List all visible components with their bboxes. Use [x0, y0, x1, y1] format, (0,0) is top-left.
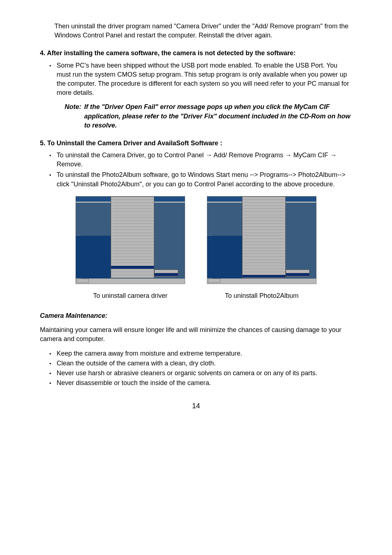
maintenance-bullet-2: • Clean the outside of the camera with a…	[40, 359, 352, 368]
programs-menu	[111, 197, 154, 279]
bullet-dot: •	[49, 359, 52, 368]
maintenance-bullet-3: • Never use harsh or abrasive cleaners o…	[40, 369, 352, 378]
start-button-icon	[208, 279, 220, 283]
start-button-icon	[77, 279, 89, 283]
section4-bullet: • Some PC's have been shipped without th…	[40, 61, 352, 98]
photo2album-submenu	[286, 270, 310, 277]
maintenance-bullet-1-text: Keep the camera away from moisture and e…	[57, 349, 352, 358]
bullet-dot: •	[49, 61, 52, 70]
intro-paragraph: Then uninstall the driver program named …	[40, 22, 352, 40]
section5-title: 5. To Uninstall the Camera Driver and Av…	[40, 139, 352, 148]
note-text: If the "Driver Open Fail" error message …	[84, 102, 352, 130]
section4-bullet-text: Some PC's have been shipped without the …	[57, 61, 352, 98]
maintenance-intro: Maintaining your camera will ensure long…	[40, 325, 352, 344]
figure-caption-1: To uninstall camera driver	[93, 291, 167, 300]
camera-maintenance-title: Camera Maintenance:	[40, 311, 352, 320]
section5-bullet-1-text: To uninstall the Camera Driver, go to Co…	[57, 151, 352, 169]
section5-bullet-1: • To uninstall the Camera Driver, go to …	[40, 151, 352, 169]
page-number: 14	[40, 401, 352, 411]
section5-bullet-2-text: To uninstall the Photo2Album software, g…	[57, 170, 352, 189]
maintenance-bullet-3-text: Never use harsh or abrasive cleaners or …	[57, 369, 352, 378]
start-menu-left-column	[76, 236, 111, 279]
maintenance-bullet-1: • Keep the camera away from moisture and…	[40, 349, 352, 358]
start-menu-left-column	[207, 236, 242, 279]
bullet-dot: •	[49, 369, 52, 377]
screenshot-start-menu-1: Windows Me	[75, 196, 185, 284]
bullet-dot: •	[49, 151, 52, 159]
mycam-submenu	[154, 270, 178, 277]
screenshot-start-menu-2: Windows Me	[207, 196, 317, 284]
maintenance-bullet-2-text: Clean the outside of the camera with a c…	[57, 359, 352, 368]
section4-title: 4. After installing the camera software,…	[40, 49, 352, 58]
note-label: Note:	[65, 102, 81, 130]
maintenance-bullet-4-text: Never disassemble or touch the inside of…	[57, 378, 352, 388]
bullet-dot: •	[49, 170, 52, 179]
section5-bullet-2: • To uninstall the Photo2Album software,…	[40, 170, 352, 189]
figure-uninstall-driver: Windows Me To uninstall camera driver	[75, 196, 185, 300]
bullet-dot: •	[49, 378, 52, 387]
section4-note: Note: If the "Driver Open Fail" error me…	[40, 102, 352, 130]
figure-uninstall-photo2album: Windows Me To uninstall Photo2Album	[207, 196, 317, 300]
programs-menu	[242, 197, 286, 279]
bullet-dot: •	[49, 349, 52, 358]
figures-row: Windows Me To uninstall camera driver	[40, 196, 352, 300]
maintenance-bullet-4: • Never disassemble or touch the inside …	[40, 378, 352, 388]
figure-caption-2: To uninstall Photo2Album	[225, 291, 298, 300]
